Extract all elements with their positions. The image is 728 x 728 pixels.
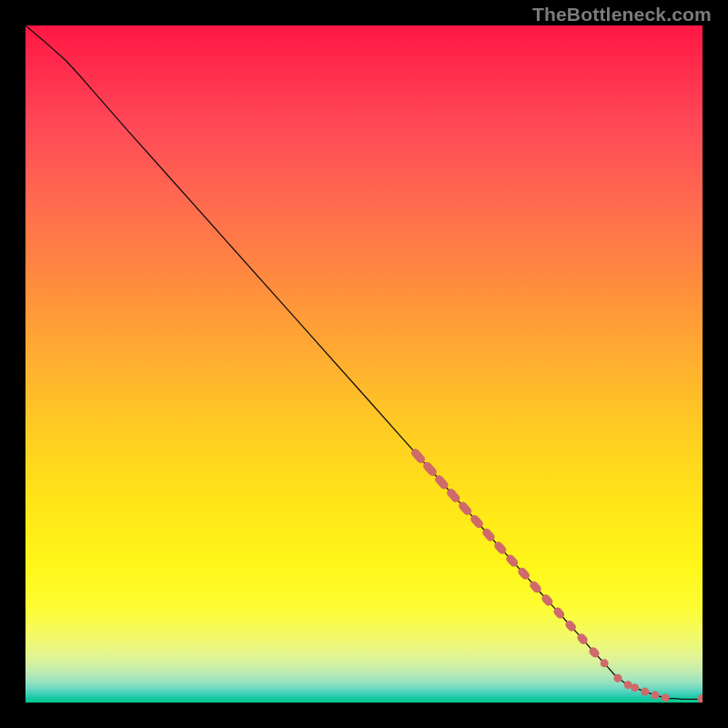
watermark-text: TheBottleneck.com [532,4,712,25]
sparse-marker [641,688,649,696]
chart-container: TheBottleneck.com [0,0,728,728]
sparse-marker [698,694,703,703]
data-curve [25,25,703,699]
sparse-marker [601,659,609,667]
plot-area [25,25,703,703]
sparse-markers [601,659,703,703]
chart-overlay [25,25,703,703]
sparse-marker [631,683,639,692]
sparse-marker [651,691,659,699]
sparse-marker [614,674,622,682]
sparse-marker [662,693,670,702]
